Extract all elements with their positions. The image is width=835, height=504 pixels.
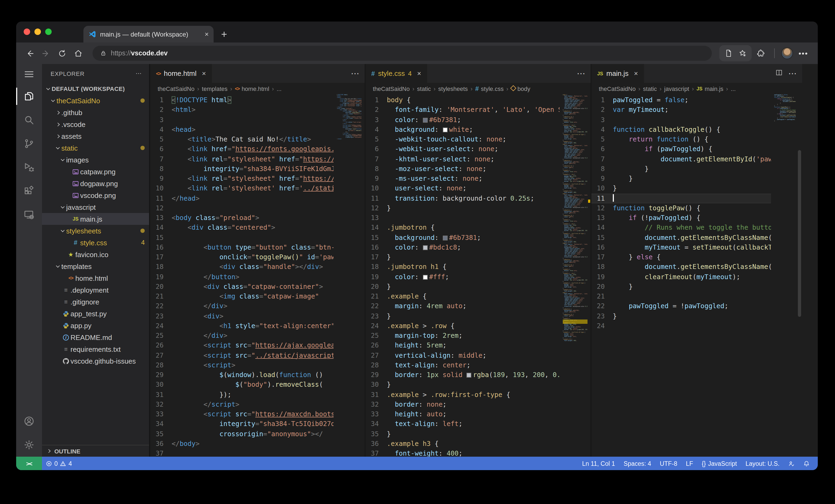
tree-item-templates[interactable]: templates bbox=[42, 260, 149, 272]
editor-tab-home.html[interactable]: <>home.html× bbox=[150, 64, 212, 83]
minimap[interactable]: body { font-family: 'Montserrat', 'Lato'… bbox=[563, 94, 588, 457]
problems-status[interactable]: 0 4 bbox=[42, 457, 76, 470]
breadcrumb-item[interactable]: JSmain.js bbox=[696, 85, 724, 92]
tree-item-static[interactable]: static bbox=[42, 142, 149, 154]
tab-close-icon[interactable]: × bbox=[417, 69, 421, 78]
window-zoom-button[interactable] bbox=[45, 28, 52, 35]
status-language[interactable]: {}JavaScript bbox=[698, 460, 741, 467]
breadcrumb-item[interactable]: <>home.html bbox=[235, 85, 269, 92]
menu-icon[interactable] bbox=[16, 64, 42, 84]
code-line: 7 -khtml-user-select: none; bbox=[365, 154, 559, 164]
code-editor[interactable]: 1body {2 font-family: 'Montserrat', 'Lat… bbox=[365, 94, 591, 457]
status-indentation[interactable]: Spaces: 4 bbox=[620, 460, 655, 467]
tree-item-home.html[interactable]: <>home.html bbox=[42, 272, 149, 284]
feedback-icon[interactable] bbox=[785, 460, 798, 467]
run-debug-icon[interactable] bbox=[16, 155, 42, 179]
tree-item-stylesheets[interactable]: stylesheets bbox=[42, 225, 149, 237]
tree-item-catpaw.png[interactable]: catpaw.png bbox=[42, 166, 149, 177]
tree-item-.gitignore[interactable]: ≡.gitignore bbox=[42, 296, 149, 308]
window-minimize-button[interactable] bbox=[35, 28, 41, 35]
explorer-icon[interactable] bbox=[16, 84, 42, 108]
breadcrumb-item[interactable]: theCatSaidNo bbox=[158, 85, 195, 92]
tree-item-vscode.png[interactable]: vscode.png bbox=[42, 189, 149, 201]
status-encoding[interactable]: UTF-8 bbox=[656, 460, 681, 467]
breadcrumb-item[interactable]: theCatSaidNo bbox=[599, 85, 636, 92]
back-button[interactable] bbox=[23, 46, 37, 60]
browser-extensions-icon[interactable] bbox=[754, 46, 768, 60]
tree-item-assets[interactable]: assets bbox=[42, 130, 149, 142]
browser-tab-close-icon[interactable]: × bbox=[205, 30, 209, 38]
browser-tab[interactable]: main.js — default (Workspace) × bbox=[83, 26, 213, 42]
breadcrumb-item[interactable]: static bbox=[643, 85, 657, 92]
tab-close-icon[interactable]: × bbox=[634, 69, 638, 78]
notifications-bell-icon[interactable] bbox=[799, 460, 813, 467]
breadcrumb-item[interactable]: javascript bbox=[664, 85, 689, 92]
extensions-icon[interactable] bbox=[16, 179, 42, 203]
url-bar[interactable]: https://vscode.dev bbox=[93, 46, 712, 61]
editor-tab-style.css[interactable]: #style.css4× bbox=[365, 64, 427, 83]
breadcrumb-item[interactable]: ... bbox=[731, 85, 735, 92]
tree-item-javascript[interactable]: javascript bbox=[42, 201, 149, 213]
editor-tab-main.js[interactable]: JSmain.js× bbox=[591, 64, 644, 83]
tree-item-favicon.ico[interactable]: ★favicon.ico bbox=[42, 249, 149, 260]
editor-actions-icon[interactable]: ⋯ bbox=[788, 68, 797, 79]
tree-item-vscode.github-issues[interactable]: vscode.github-issues bbox=[42, 355, 149, 367]
editor-scrollbar-thumb[interactable] bbox=[798, 150, 801, 317]
tree-item-.vscode[interactable]: .vscode bbox=[42, 118, 149, 130]
breadcrumb-item[interactable]: stylesheets bbox=[438, 85, 468, 92]
new-tab-button[interactable]: + bbox=[221, 28, 227, 40]
window-close-button[interactable] bbox=[24, 28, 30, 35]
breadcrumb-item[interactable]: static bbox=[417, 85, 431, 92]
profile-avatar[interactable] bbox=[781, 47, 793, 59]
status-cursor-position[interactable]: Ln 11, Col 1 bbox=[578, 460, 619, 467]
tree-item-default-workspace-[interactable]: DEFAULT (WORKSPACE) bbox=[42, 83, 149, 94]
code-editor[interactable]: 1pawToggled = false;2var myTimeout;34fun… bbox=[591, 94, 802, 457]
overview-ruler[interactable] bbox=[588, 94, 591, 457]
tree-item-style.css[interactable]: #style.css4 bbox=[42, 237, 149, 249]
bookmark-add-icon[interactable] bbox=[736, 46, 750, 60]
tree-item-app.py[interactable]: app.py bbox=[42, 319, 149, 331]
overview-ruler[interactable] bbox=[796, 94, 802, 457]
account-icon[interactable] bbox=[16, 410, 42, 433]
source-control-icon[interactable] bbox=[16, 132, 42, 155]
tree-item-dogpaw.png[interactable]: dogpaw.png bbox=[42, 177, 149, 189]
breadcrumb-item[interactable]: theCatSaidNo bbox=[373, 85, 410, 92]
remote-explorer-icon[interactable] bbox=[16, 203, 42, 227]
tree-item-.deployment[interactable]: ≡.deployment bbox=[42, 284, 149, 296]
tree-item-.github[interactable]: .github bbox=[42, 106, 149, 118]
status-keyboard-layout[interactable]: Layout: U.S. bbox=[742, 460, 783, 467]
minimap[interactable]: pawToggled = false;var myTimeout;functio… bbox=[774, 94, 796, 457]
breadcrumb[interactable]: theCatSaidNo›templates›<>home.html›... bbox=[150, 83, 365, 94]
status-eol[interactable]: LF bbox=[682, 460, 697, 467]
search-icon[interactable] bbox=[16, 108, 42, 132]
explorer-actions-icon[interactable]: ⋯ bbox=[136, 70, 142, 77]
breadcrumb-item[interactable]: #style.css bbox=[475, 85, 504, 92]
breadcrumb-item[interactable]: ... bbox=[277, 85, 281, 92]
breadcrumb[interactable]: theCatSaidNo›static›javascript›JSmain.js… bbox=[591, 83, 802, 94]
forward-button[interactable] bbox=[39, 46, 53, 60]
code-line: 8 -moz-user-select: none; bbox=[365, 164, 559, 174]
tree-item-requirements.txt[interactable]: ≡requirements.txt bbox=[42, 343, 149, 355]
code-editor[interactable]: 1<!DOCTYPE html>2<html>34<head>5 <title>… bbox=[150, 94, 365, 457]
split-editor-icon[interactable] bbox=[775, 68, 783, 78]
remote-indicator[interactable]: >< bbox=[16, 457, 42, 470]
tree-item-readme.md[interactable]: iREADME.md bbox=[42, 331, 149, 343]
reload-button[interactable] bbox=[55, 46, 69, 60]
tree-item-thecatsaidno[interactable]: theCatSaidNo bbox=[42, 94, 149, 106]
outline-section[interactable]: OUTLINE bbox=[42, 445, 149, 457]
tree-item-app-test.py[interactable]: app_test.py bbox=[42, 308, 149, 319]
home-button[interactable] bbox=[71, 46, 85, 60]
tab-close-icon[interactable]: × bbox=[202, 69, 206, 78]
overview-ruler[interactable] bbox=[362, 94, 365, 457]
editor-actions-icon[interactable]: ⋯ bbox=[577, 68, 585, 79]
tree-item-main.js[interactable]: JSmain.js bbox=[42, 213, 149, 225]
settings-gear-icon[interactable] bbox=[16, 433, 42, 457]
editor-actions-icon[interactable]: ⋯ bbox=[351, 68, 360, 79]
minimap[interactable]: <!DOCTYPE html><html><head> <title>The C… bbox=[337, 94, 362, 457]
breadcrumb-item[interactable]: templates bbox=[202, 85, 227, 92]
breadcrumb[interactable]: theCatSaidNo›static›stylesheets›#style.c… bbox=[365, 83, 591, 94]
page-icon[interactable] bbox=[722, 46, 736, 60]
tree-item-images[interactable]: images bbox=[42, 154, 149, 166]
browser-menu-icon[interactable]: ••• bbox=[799, 49, 808, 58]
breadcrumb-item[interactable]: body bbox=[511, 85, 530, 92]
